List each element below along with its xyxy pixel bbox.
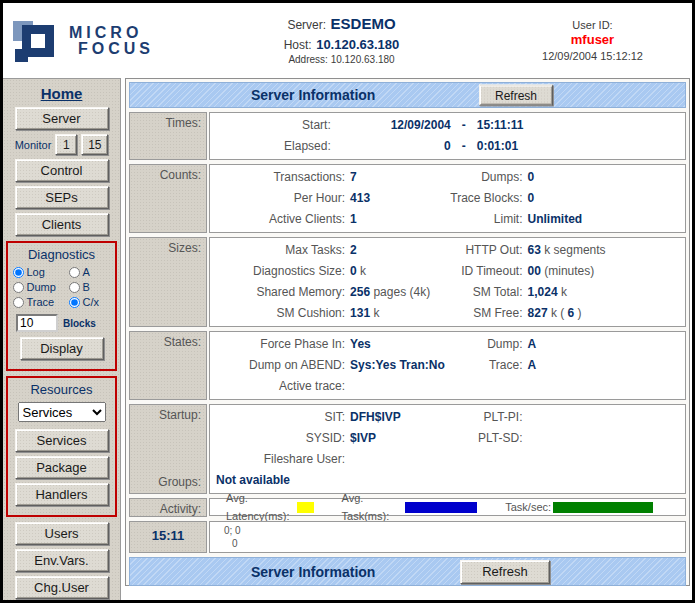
ticker-line2: 0 <box>224 537 681 550</box>
start-dash: - <box>451 115 477 136</box>
dump-on-abend-value: Sys:Yes Tran:No <box>350 355 445 376</box>
logo-wordmark: MICRO FOCUS <box>69 25 154 57</box>
diag-size-label: Diagnostics Size: <box>214 261 350 282</box>
monitor-1-button[interactable]: 1 <box>55 134 77 155</box>
plt-sd-value <box>528 428 681 449</box>
server-identity: Server: ESDEMO Host: 10.120.63.180 Addre… <box>178 14 505 67</box>
legend-task-sec-swatch <box>553 502 653 513</box>
legend-latency-swatch <box>297 502 314 513</box>
id-timeout-value: 00 <box>528 264 541 278</box>
active-trace-value <box>350 376 433 397</box>
control-button[interactable]: Control <box>15 159 109 182</box>
address-value: 10.120.63.180 <box>331 54 395 65</box>
host-label: Host: <box>284 38 312 52</box>
radio-trace-label: Trace <box>27 296 55 308</box>
legend-task-sec: Task/sec: <box>505 498 653 516</box>
start-label: Start: <box>214 115 331 136</box>
start-time: 15:11:11 <box>477 115 681 136</box>
sizes-content: Max Tasks:2 Diagnostics Size:0 k Shared … <box>209 237 686 327</box>
sm-total-label: SM Total: <box>433 282 527 303</box>
fileshare-user-value <box>350 449 433 470</box>
radio-b[interactable]: B <box>69 281 111 293</box>
radio-dump-input[interactable] <box>13 282 24 293</box>
dump-state-value: A <box>528 334 681 355</box>
sysid-label: SYSID: <box>214 428 350 449</box>
sm-cushion-suffix: k <box>370 306 379 320</box>
sm-free-suffix2: ) <box>574 306 581 320</box>
legend-task-ms: Avg. Task(ms): <box>342 489 478 525</box>
radio-log-input[interactable] <box>13 267 24 278</box>
activity-ticker-row: 15:11 0; 0 0 <box>129 521 686 553</box>
radio-a-input[interactable] <box>69 267 80 278</box>
fileshare-user-label: Fileshare User: <box>214 449 350 470</box>
services-button[interactable]: Services <box>15 429 109 452</box>
radio-cx[interactable]: C/x <box>69 296 111 308</box>
legend-task-ms-label: Avg. Task(ms): <box>342 489 403 525</box>
display-button[interactable]: Display <box>20 337 104 360</box>
dump-state-label: Dump: <box>433 334 527 355</box>
plt-sd-label: PLT-SD: <box>433 428 527 449</box>
server-information-panel: Server Information Refresh Times: Start:… <box>125 78 690 586</box>
force-phase-in-label: Force Phase In: <box>214 334 350 355</box>
chg-user-button[interactable]: Chg.User <box>15 576 109 599</box>
sit-label: SIT: <box>214 407 350 428</box>
sm-total-suffix: k <box>558 285 567 299</box>
http-out-value: 63 <box>528 243 541 257</box>
resources-panel: Resources Services Services Package Hand… <box>6 376 117 517</box>
radio-log[interactable]: Log <box>13 266 69 278</box>
legend-latency-label: Avg. Latency(ms): <box>226 489 295 525</box>
states-content: Force Phase In:Yes Dump on ABEND:Sys:Yes… <box>209 331 686 400</box>
sidebar: Home Server Monitor 1 15 Control SEPs Cl… <box>3 78 121 600</box>
diagnostics-panel: Diagnostics Log A Dump B <box>6 241 117 371</box>
radio-cx-input[interactable] <box>69 297 80 308</box>
groups-label: Groups: <box>130 475 201 489</box>
sm-free-suffix: k ( <box>548 306 568 320</box>
diag-size-value: 0 <box>350 264 357 278</box>
blocks-input[interactable] <box>16 314 58 332</box>
package-button[interactable]: Package <box>15 456 109 479</box>
http-out-suffix: k segments <box>541 243 606 257</box>
counts-row: Counts: Transactions:7 Per Hour:413 Acti… <box>129 164 686 233</box>
startup-label: Startup: <box>130 408 201 422</box>
sizes-label: Sizes: <box>129 237 207 327</box>
session-timestamp: 12/09/2004 15:12:12 <box>505 49 680 63</box>
times-row: Times: Start: 12/09/2004 - 15:11:11 Elap… <box>129 112 686 160</box>
refresh-button-top[interactable]: Refresh <box>479 85 553 106</box>
users-button[interactable]: Users <box>15 522 109 545</box>
active-clients-label: Active Clients: <box>214 209 350 230</box>
seps-button[interactable]: SEPs <box>15 186 109 209</box>
sm-cushion-value: 131 <box>350 306 370 320</box>
transactions-value: 7 <box>350 167 433 188</box>
resources-select[interactable]: Services <box>18 402 106 422</box>
elapsed-label: Elapsed: <box>214 136 331 157</box>
home-link[interactable]: Home <box>3 85 120 102</box>
clients-button[interactable]: Clients <box>15 213 109 236</box>
server-label: Server: <box>287 18 326 32</box>
radio-trace-input[interactable] <box>13 297 24 308</box>
handlers-button[interactable]: Handlers <box>15 483 109 506</box>
trace-state-label: Trace: <box>433 355 527 376</box>
trace-state-value: A <box>528 355 681 376</box>
sizes-row: Sizes: Max Tasks:2 Diagnostics Size:0 k … <box>129 237 686 327</box>
refresh-button-bottom[interactable]: Refresh <box>460 560 550 584</box>
monitor-15-button[interactable]: 15 <box>81 134 108 155</box>
radio-b-input[interactable] <box>69 282 80 293</box>
times-label: Times: <box>129 112 207 160</box>
logo-line2: FOCUS <box>78 41 154 57</box>
env-vars-button[interactable]: Env.Vars. <box>15 549 109 572</box>
sit-value: DFH$IVP <box>350 407 433 428</box>
per-hour-label: Per Hour: <box>214 188 350 209</box>
radio-trace[interactable]: Trace <box>13 296 69 308</box>
monitor-label: Monitor <box>15 139 52 151</box>
counts-label: Counts: <box>129 164 207 233</box>
elapsed-dash: - <box>451 136 477 157</box>
radio-dump[interactable]: Dump <box>13 281 69 293</box>
counts-content: Transactions:7 Per Hour:413 Active Clien… <box>209 164 686 233</box>
trace-blocks-value: 0 <box>528 188 681 209</box>
radio-a[interactable]: A <box>69 266 111 278</box>
server-button[interactable]: Server <box>15 107 109 130</box>
server-name: ESDEMO <box>331 15 396 32</box>
per-hour-value: 413 <box>350 188 433 209</box>
dump-on-abend-label: Dump on ABEND: <box>214 355 350 376</box>
active-clients-value: 1 <box>350 209 433 230</box>
